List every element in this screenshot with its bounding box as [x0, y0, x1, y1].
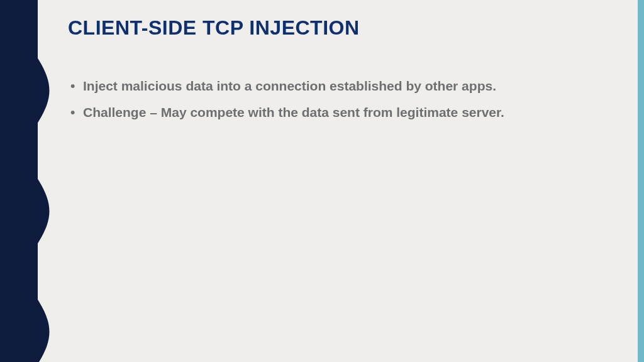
slide-title: CLIENT-SIDE TCP INJECTION	[68, 16, 619, 40]
left-dark-band	[0, 0, 38, 362]
slide-content: CLIENT-SIDE TCP INJECTION Inject malicio…	[68, 16, 619, 131]
bullet-item: Inject malicious data into a connection …	[68, 77, 546, 95]
bullet-item: Challenge – May compete with the data se…	[68, 104, 546, 121]
slide-bullets: Inject malicious data into a connection …	[68, 77, 546, 122]
right-accent-stripe	[638, 0, 644, 362]
slide: CLIENT-SIDE TCP INJECTION Inject malicio…	[0, 0, 644, 362]
